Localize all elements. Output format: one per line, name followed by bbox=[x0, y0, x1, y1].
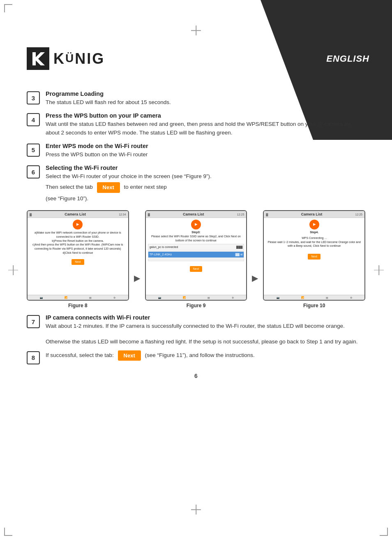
step-8-item: 8 If successful, select the tab: Next (s… bbox=[27, 350, 365, 364]
step-4-item: 4 Press the WPS button on your IP camera… bbox=[27, 112, 365, 137]
corner-mark-br bbox=[380, 528, 388, 536]
crosshair-bottom bbox=[191, 505, 201, 515]
step-6-line3: to enter next step bbox=[124, 184, 167, 190]
logo-area: KÜNIG bbox=[27, 47, 105, 70]
step-5-number: 5 bbox=[27, 144, 40, 157]
step-5-item: 5 Enter WPS mode on the Wi-Fi router Pre… bbox=[27, 143, 365, 159]
figure-9-right-icons: 12:25 bbox=[237, 213, 244, 216]
wifi-item-3 bbox=[148, 259, 244, 261]
figure-10-mockup: ▓ Camera List 12:25 ▶ Step4. WPS Con bbox=[263, 210, 365, 301]
wifi-item-1: galun_pc is connected ▓▓▓ bbox=[148, 244, 244, 250]
step-5-body: Press the WPS button on the Wi-Fi router bbox=[46, 151, 365, 159]
wifi-icon-2: 📶 bbox=[183, 296, 186, 299]
step-7-continuation: Otherwise the status LED will become a f… bbox=[46, 338, 365, 346]
step-3-item: 3 Programme Loading The status LED will … bbox=[27, 90, 365, 107]
step-3-number: 3 bbox=[27, 91, 40, 104]
figure-arrow-2: ▶ bbox=[252, 210, 258, 308]
playlist-icon-2: ▤ bbox=[208, 296, 210, 299]
step-7-title: IP camera connects with Wi-Fi router bbox=[46, 314, 365, 321]
crosshair-left bbox=[8, 265, 18, 275]
figure-9-footer: 📷 📶 ▤ ⚙ bbox=[146, 295, 247, 300]
corner-mark-tl bbox=[4, 4, 12, 12]
step-4-content: Press the WPS button on your IP camera W… bbox=[46, 112, 365, 137]
step-7-body: Wait about 1-2 minutes. If the IP camera… bbox=[46, 322, 365, 330]
figure-8-label: Figure 8 bbox=[27, 303, 129, 308]
language-label: ENGLISH bbox=[326, 53, 369, 64]
step-7-number: 7 bbox=[27, 315, 40, 328]
time-icon-3: 12:25 bbox=[355, 213, 362, 216]
page-number: 6 bbox=[27, 373, 365, 379]
wifi-name-2: TP-LINK_2.4GHz bbox=[150, 253, 172, 257]
figure-8-header: ▓ Camera List 12:34 bbox=[28, 211, 128, 218]
figure-8-mockup: ▓ Camera List 12:34 ▶ a)Make sure the Wi… bbox=[27, 210, 129, 301]
figure-10-step: Step4. bbox=[266, 230, 362, 234]
step-6-item: 6 Selecting the Wi-Fi router Select the … bbox=[27, 165, 365, 204]
cam-icon-3: 📷 bbox=[277, 296, 279, 299]
figure-8-next: Next bbox=[71, 259, 84, 265]
figure-9-container: ▓ Camera List 12:25 ▶ Step3: Please sele… bbox=[145, 210, 247, 308]
step-3-content: Programme Loading The status LED will fl… bbox=[46, 90, 365, 107]
arrow-icon-2: ▶ bbox=[252, 273, 258, 283]
settings-icon-2: ⚙ bbox=[232, 296, 234, 299]
figure-8-footer: 📷 📶 ▤ ⚙ bbox=[28, 295, 128, 300]
logo-text: KÜNIG bbox=[53, 50, 105, 67]
step-6-line1: Select the Wi-Fi router of your choice i… bbox=[46, 172, 365, 181]
figure-10-content: WPS Connecting ... Please wait 1~2 minut… bbox=[266, 236, 362, 248]
step-8-number: 8 bbox=[27, 351, 40, 364]
figure-10-title: Camera List bbox=[268, 212, 355, 216]
step-8-body: If successful, select the tab: Next (see… bbox=[46, 350, 365, 361]
figure-9-next: Next bbox=[190, 266, 202, 272]
figure-10-container: ▓ Camera List 12:25 ▶ Step4. WPS Con bbox=[263, 210, 365, 308]
figure-10-body: ▶ Step4. WPS Connecting ... Please wait … bbox=[264, 218, 364, 294]
step-6-title: Selecting the Wi-Fi router bbox=[46, 165, 365, 171]
main-content: 3 Programme Loading The status LED will … bbox=[27, 90, 365, 379]
figure-8-content: a)Make sure the WiFi network connection … bbox=[30, 231, 126, 255]
step-6-next-button[interactable]: Next bbox=[97, 182, 120, 193]
figure-10-footer: 📷 📶 ▤ ⚙ bbox=[264, 295, 364, 300]
figure-arrow-1: ▶ bbox=[134, 210, 140, 308]
step-7-content: IP camera connects with Wi-Fi router Wai… bbox=[46, 314, 365, 332]
wifi-name-1: galun_pc is connected bbox=[150, 245, 178, 249]
figure-10-label: Figure 10 bbox=[263, 303, 365, 308]
step-4-body: Wait until the status LED flashes betwee… bbox=[46, 120, 365, 137]
arrow-icon-1: ▶ bbox=[134, 273, 140, 283]
step-6-body: Select the Wi-Fi router of your choice i… bbox=[46, 172, 365, 203]
step-8-line1: If successful, select the tab: bbox=[46, 352, 114, 358]
time-icon-2: 12:25 bbox=[237, 213, 244, 216]
wifi-signal-2: ▓▓ al bbox=[235, 253, 243, 257]
logo-icon bbox=[27, 47, 49, 70]
figure-9-mockup: ▓ Camera List 12:25 ▶ Step3: Please sele… bbox=[145, 210, 247, 301]
playlist-icon: ▤ bbox=[89, 296, 92, 299]
step-8-next-button[interactable]: Next bbox=[118, 350, 141, 361]
figure-9-header: ▓ Camera List 12:25 bbox=[146, 211, 247, 218]
figures-area: ▓ Camera List 12:34 ▶ a)Make sure the Wi… bbox=[27, 210, 365, 308]
figure-9-step: Step3: Please select the WiFi Router SSI… bbox=[148, 230, 244, 242]
step-7-line1: Wait about 1-2 minutes. If the IP camera… bbox=[46, 322, 365, 330]
wifi-signal-1: ▓▓▓ bbox=[236, 245, 242, 249]
figure-8-right-icons: 12:34 bbox=[119, 213, 126, 216]
step-7-item: 7 IP camera connects with Wi-Fi router W… bbox=[27, 314, 365, 332]
wifi-item-2[interactable]: TP-LINK_2.4GHz ▓▓ al bbox=[148, 251, 244, 258]
figure-10-right-icons: 12:25 bbox=[355, 213, 362, 216]
settings-icon: ⚙ bbox=[113, 296, 115, 299]
step-6-line2-container: Then select the tab Next to enter next s… bbox=[46, 182, 365, 193]
figure-8-title: Camera List bbox=[32, 212, 119, 216]
figure-9-body: ▶ Step3: Please select the WiFi Router S… bbox=[146, 218, 247, 294]
figure-8-body: ▶ a)Make sure the WiFi network connectio… bbox=[28, 218, 128, 294]
figure-8-container: ▓ Camera List 12:34 ▶ a)Make sure the Wi… bbox=[27, 210, 129, 308]
step-6-content: Selecting the Wi-Fi router Select the Wi… bbox=[46, 165, 365, 204]
step-6-number: 6 bbox=[27, 165, 40, 178]
step-5-content: Enter WPS mode on the Wi-Fi router Press… bbox=[46, 143, 365, 159]
wifi-icon-3: 📶 bbox=[301, 296, 304, 299]
crosshair-top bbox=[191, 25, 201, 35]
wifi-icon: 📶 bbox=[65, 296, 67, 299]
cam-icon: 📷 bbox=[40, 296, 43, 299]
crosshair-right bbox=[374, 265, 384, 275]
figure-10-header: ▓ Camera List 12:25 bbox=[264, 211, 364, 218]
figure-9-title: Camera List bbox=[150, 212, 237, 216]
settings-icon-3: ⚙ bbox=[350, 296, 352, 299]
step-3-body: The status LED will flash red for about … bbox=[46, 98, 365, 107]
step-4-title: Press the WPS button on your IP camera bbox=[46, 112, 365, 119]
logo-container: KÜNIG bbox=[27, 47, 105, 70]
step-5-title: Enter WPS mode on the Wi-Fi router bbox=[46, 143, 365, 149]
